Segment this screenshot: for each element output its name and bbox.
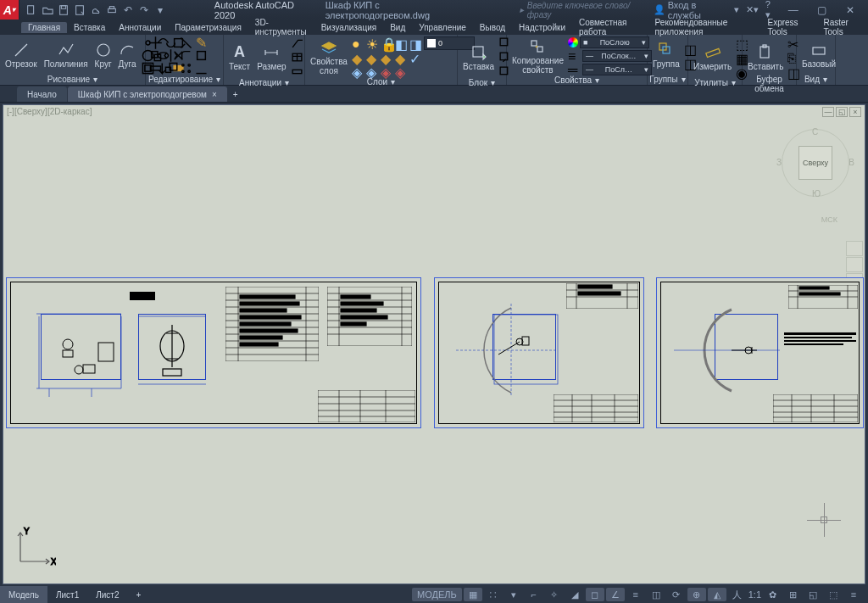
text-button[interactable]: AТекст	[226, 40, 253, 75]
edit-tool-icon[interactable]	[194, 49, 209, 61]
menu-главная[interactable]: Главная	[21, 22, 67, 33]
layer-tool-icon[interactable]: ◆	[366, 51, 379, 64]
copy-icon[interactable]	[148, 49, 163, 61]
menu-управление[interactable]: Управление	[412, 22, 473, 33]
btab-add[interactable]: +	[128, 586, 150, 603]
line-button[interactable]: Отрезок	[3, 37, 40, 73]
menu-вставка[interactable]: Вставка	[67, 22, 112, 33]
status-grid-icon[interactable]: ▦	[464, 588, 482, 601]
fillet-icon[interactable]	[179, 49, 193, 61]
close-button[interactable]: ✕	[839, 4, 861, 16]
color-dropdown[interactable]: ■ПоСлою▾	[580, 36, 649, 48]
layer-tool-icon[interactable]: ◆	[381, 51, 393, 64]
scale-icon[interactable]	[164, 62, 178, 74]
rotate-icon[interactable]	[164, 36, 178, 48]
layer-lock-icon[interactable]: 🔒	[381, 36, 393, 49]
qat-open-icon[interactable]	[41, 3, 54, 17]
status-ortho-icon[interactable]: ⌐	[525, 588, 543, 601]
mirror-icon[interactable]	[164, 49, 178, 61]
status-snap-icon[interactable]: ⸬	[484, 588, 503, 601]
maximize-button[interactable]: ▢	[811, 4, 833, 16]
status-lwt-icon[interactable]: ≡	[626, 588, 645, 601]
status-osnap-icon[interactable]: ◻	[586, 588, 604, 601]
panel-layers[interactable]: Слои▾	[308, 77, 454, 87]
qat-saveas-icon[interactable]	[73, 3, 86, 17]
status-otrack-icon[interactable]: ∠	[606, 588, 625, 601]
layer-tool-icon[interactable]: ◈	[395, 64, 408, 77]
leader-icon[interactable]	[291, 36, 303, 49]
layer-tool-icon[interactable]: ◆	[352, 51, 364, 64]
qat-save-icon[interactable]	[57, 3, 70, 17]
viewcube[interactable]: Сверху С Ю З В	[782, 129, 849, 197]
group-button[interactable]: Группа	[650, 37, 682, 73]
tab-file[interactable]: Шкаф КИП с электроподогревом×	[68, 87, 227, 102]
linetype-dropdown[interactable]: —ПоСл…▾	[582, 64, 652, 75]
layer-props-button[interactable]: Свойства слоя	[308, 39, 350, 75]
qat-redo-icon[interactable]: ↷	[137, 3, 151, 17]
btab-model[interactable]: Модель	[0, 586, 47, 603]
vp-minimize-icon[interactable]: —	[822, 107, 834, 117]
linetype-icon[interactable]: ═	[568, 63, 581, 75]
layer-tool-icon[interactable]: ◆	[395, 51, 408, 64]
edit-tool-icon[interactable]	[194, 62, 209, 74]
btab-sheet1[interactable]: Лист1	[47, 586, 87, 603]
baseview-button[interactable]: Базовый	[799, 37, 838, 73]
viewport-label[interactable]: [-][Сверху][2D-каркас]	[7, 107, 92, 116]
menu-визуализация[interactable]: Визуализация	[314, 22, 383, 33]
edit-tool-icon[interactable]: ✎	[194, 36, 209, 48]
drawing-viewport[interactable]: [-][Сверху][2D-каркас] — ◱ × Сверху С Ю …	[3, 104, 865, 584]
status-dyn-icon[interactable]: ⊕	[687, 588, 706, 601]
match-props-button[interactable]: Копирование свойств	[509, 38, 566, 74]
status-scale[interactable]: 1:1	[748, 588, 761, 601]
layer-tool-icon[interactable]: ◈	[352, 64, 364, 77]
qat-cloud-icon[interactable]	[89, 3, 103, 17]
table-icon[interactable]	[291, 51, 303, 64]
color-icon[interactable]	[568, 37, 578, 47]
panel-draw[interactable]: Рисование▾	[3, 74, 142, 85]
stretch-icon[interactable]	[148, 62, 163, 74]
tab-close-icon[interactable]: ×	[212, 90, 217, 99]
qat-print-icon[interactable]	[105, 3, 119, 17]
panel-view[interactable]: Вид▾	[799, 73, 832, 85]
menu-параметризация[interactable]: Параметризация	[168, 22, 248, 33]
panel-edit[interactable]: Редактирование▾	[148, 74, 220, 85]
status-model[interactable]: МОДЕЛЬ	[412, 588, 462, 601]
vp-restore-icon[interactable]: ◱	[836, 107, 848, 117]
layer-tool-icon[interactable]: ◈	[366, 64, 379, 77]
wcs-label[interactable]: МСК	[821, 215, 837, 224]
status-3dosnap-icon[interactable]: ◭	[708, 588, 726, 601]
insert-block-button[interactable]: Вставка	[460, 40, 497, 75]
dimension-button[interactable]: Размер	[254, 40, 288, 75]
move-icon[interactable]	[148, 36, 163, 48]
app-menu-button[interactable]: A▾	[0, 0, 19, 20]
layer-sun-icon[interactable]: ☀	[366, 36, 379, 49]
status-custom-icon[interactable]: ≡	[844, 588, 863, 601]
layer-tool-icon[interactable]: ◈	[381, 64, 393, 77]
exchange-icon[interactable]: ✕▾	[746, 4, 759, 15]
status-trans-icon[interactable]: ◫	[647, 588, 665, 601]
status-tool-icon[interactable]: ⬚	[824, 588, 843, 601]
qat-undo-icon[interactable]: ↶	[121, 3, 135, 17]
btab-sheet2[interactable]: Лист2	[87, 586, 127, 603]
paste-button[interactable]: Вставить	[745, 40, 786, 75]
panel-props[interactable]: Свойства▾	[509, 75, 644, 85]
vp-close-icon[interactable]: ×	[849, 107, 861, 117]
trim-icon[interactable]	[179, 36, 193, 48]
status-tool-icon[interactable]: ◱	[804, 588, 822, 601]
tab-start[interactable]: Начало	[17, 87, 67, 102]
lineweight-dropdown[interactable]: —ПоСлок…▾	[582, 50, 652, 62]
qat-dropdown-icon[interactable]: ▾	[153, 3, 167, 17]
qat-new-icon[interactable]	[25, 3, 38, 17]
panel-utils[interactable]: Утилиты▾	[691, 78, 739, 87]
status-gear-icon[interactable]: ✿	[763, 588, 782, 601]
layer-match-icon[interactable]: ✓	[409, 51, 422, 64]
circle-button[interactable]: Круг	[92, 37, 114, 73]
status-iso-icon[interactable]: ◢	[565, 588, 584, 601]
lineweight-icon[interactable]: ≡	[568, 49, 581, 62]
status-cycle-icon[interactable]: ⟳	[667, 588, 686, 601]
annot-tool-icon[interactable]	[291, 65, 303, 78]
array-icon[interactable]	[179, 62, 193, 74]
layer-tool-icon[interactable]: ◧	[395, 36, 408, 49]
status-annoscale-icon[interactable]: 人	[728, 588, 747, 601]
menu-вид[interactable]: Вид	[383, 22, 412, 33]
